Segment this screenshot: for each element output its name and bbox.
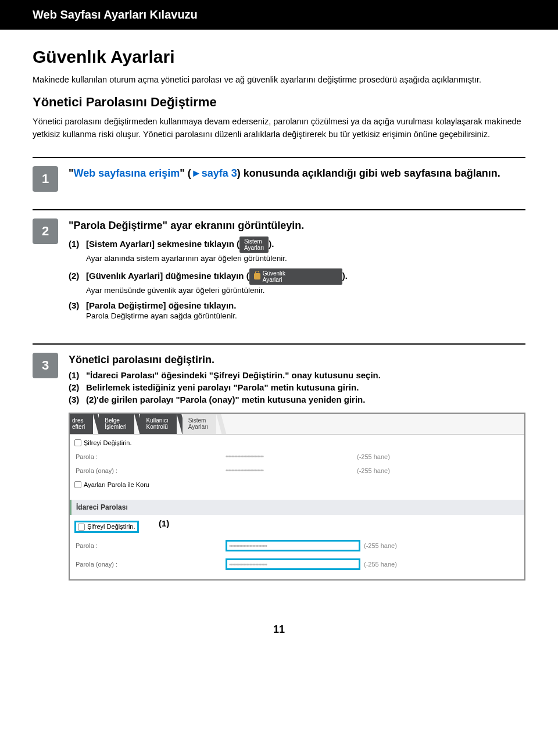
security-settings-button-tag: Güvenlık Ayarlari — [249, 268, 342, 285]
checkbox-label: Şifreyi Değiştirin. — [84, 439, 132, 446]
page-number: 11 — [0, 624, 558, 636]
password-confirm-input-user[interactable]: •••••••••••••••••••••••••• — [226, 467, 353, 474]
upper-section: Şifreyi Değiştirin. Parola :••••••••••••… — [70, 435, 524, 493]
lock-icon — [254, 273, 260, 280]
highlight-checkbox: Şifreyi Değiştirin. — [74, 521, 139, 533]
settings-screenshot: dres efteri Belge İşlemleri Kullanıcı Ko… — [69, 413, 525, 581]
step-3: 3 Yönetici parolasını değiştirin. (1)"İd… — [33, 353, 525, 581]
system-settings-tab-tag: Sistem Ayarları — [239, 237, 269, 253]
checkbox-label: Ayarları Parola ile Koru — [84, 481, 149, 488]
step-body: "Web sayfasına erişim" (►sayfa 3) konusu… — [69, 166, 525, 192]
step-body: "Parola Değiştirme" ayar ekranını görünt… — [69, 218, 525, 325]
char-hint: (-255 hane) — [357, 453, 390, 460]
char-hint: (-255 hane) — [364, 561, 397, 568]
step-number: 1 — [33, 166, 58, 192]
step-2-item-3-note: Parola Değiştirme ayarı sağda görüntülen… — [86, 311, 525, 320]
tab-address-book[interactable]: dres efteri — [70, 414, 93, 434]
highlight-password-confirm: •••••••••••••••••••••••••• — [226, 558, 360, 570]
step-2-item-2-note: Ayar menüsünde güvenlik ayar öğeleri gör… — [86, 286, 525, 295]
doc-header-title: Web Sayfası Ayarları Kılavuzu — [33, 8, 198, 21]
admin-password-header: İdareci Parolası — [70, 500, 524, 515]
checkbox-change-password-admin[interactable] — [78, 524, 85, 531]
password-input-admin[interactable]: •••••••••••••••••••••••••• — [229, 543, 357, 549]
step-3-item-2: (2)Belirlemek istediğiniz yeni parolayı … — [69, 382, 525, 392]
char-hint: (-255 hane) — [357, 467, 390, 474]
callout-1: (1) — [159, 518, 169, 528]
section-title: Yönetici Parolasını Değiştirme — [33, 95, 525, 110]
step-1-title: "Web sayfasına erişim" (►sayfa 3) konusu… — [69, 166, 525, 180]
step-1: 1 "Web sayfasına erişim" (►sayfa 3) konu… — [33, 166, 525, 192]
divider — [33, 157, 525, 158]
section-body: Yönetici parolasını değiştirmeden kullan… — [33, 116, 525, 141]
page-content: Güvenlık Ayarlari Makinede kullanılan ot… — [0, 30, 558, 610]
checkbox-change-password-user[interactable] — [74, 439, 81, 446]
step-2: 2 "Parola Değiştirme" ayar ekranını görü… — [33, 218, 525, 325]
char-hint: (-255 hane) — [364, 542, 397, 549]
page-title: Güvenlık Ayarlari — [33, 47, 525, 67]
highlight-password: •••••••••••••••••••••••••• — [226, 540, 360, 551]
step-2-item-1: (1)[Sistem Ayarları] sekmesine tıklayın … — [69, 237, 525, 253]
step-body: Yönetici parolasını değiştirin. (1)"İdar… — [69, 353, 525, 581]
step-number: 3 — [33, 353, 58, 378]
admin-section: Şifreyi Değiştirin. (1) Parola : •••••••… — [70, 516, 524, 579]
field-label-password-confirm: Parola (onay) : — [74, 467, 226, 474]
field-label-password: Parola : — [74, 453, 226, 460]
tab-document-ops[interactable]: Belge İşlemleri — [99, 414, 134, 434]
step-2-item-1-note: Ayar alanında sistem ayarlarının ayar öğ… — [86, 254, 525, 263]
tab-system-settings[interactable]: Sistem Ayarları — [183, 414, 216, 434]
checkbox-label: Şifreyi Değiştirin. — [87, 523, 135, 530]
step-3-item-3: (3)(2)'de girilen parolayı "Parola (onay… — [69, 395, 525, 404]
checkbox-protect-with-password[interactable] — [74, 481, 81, 488]
doc-header: Web Sayfası Ayarları Kılavuzu — [0, 0, 558, 30]
link-web-access[interactable]: Web sayfasına erişim — [74, 167, 180, 179]
field-label-password-confirm: Parola (onay) : — [74, 561, 226, 568]
password-confirm-input-admin[interactable]: •••••••••••••••••••••••••• — [229, 561, 357, 568]
step-3-title: Yönetici parolasını değiştirin. — [69, 353, 525, 367]
tab-user-control[interactable]: Kullanıcı Kontrolü — [140, 414, 176, 434]
divider — [33, 209, 525, 210]
divider — [33, 343, 525, 345]
tab-bar: dres efteri Belge İşlemleri Kullanıcı Ko… — [70, 414, 524, 435]
step-number: 2 — [33, 218, 58, 244]
step-3-item-1: (1)"İdareci Parolası" öğesindeki "Şifrey… — [69, 370, 525, 380]
step-2-item-2: (2)[Güvenlık Ayarlari] düğmesine tıklayı… — [69, 268, 525, 285]
step-2-item-3: (3)[Parola Değiştirme] öğesine tıklayın. — [69, 300, 525, 310]
intro-text: Makinede kullanılan oturum açma yönetici… — [33, 74, 525, 87]
password-input-user[interactable]: •••••••••••••••••••••••••• — [226, 453, 353, 460]
step-2-title: "Parola Değiştirme" ayar ekranını görünt… — [69, 218, 525, 232]
field-label-password: Parola : — [74, 542, 226, 549]
link-page-3[interactable]: ►sayfa 3 — [191, 167, 237, 179]
